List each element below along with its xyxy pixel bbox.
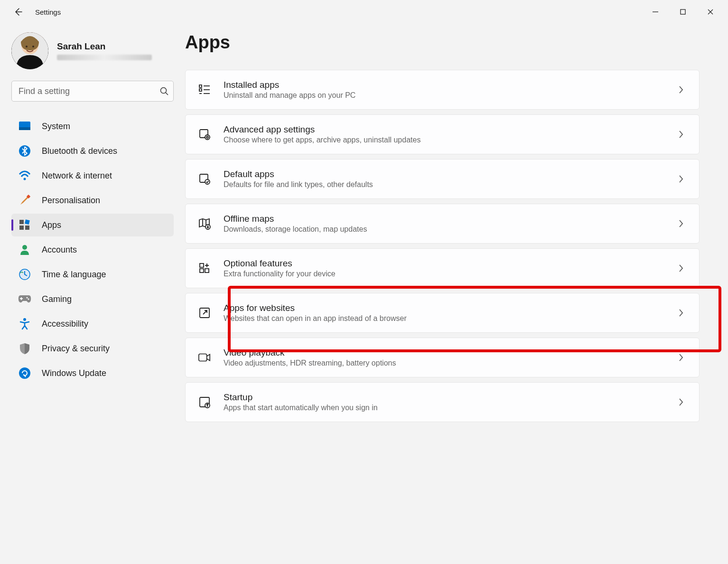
svg-rect-15 — [19, 226, 24, 230]
sidebar-item-time-language[interactable]: Time & language — [11, 263, 174, 286]
svg-point-6 — [161, 88, 167, 94]
sidebar-item-label: Accounts — [42, 245, 77, 255]
card-default-apps[interactable]: Default apps Defaults for file and link … — [185, 159, 700, 199]
svg-point-11 — [24, 178, 26, 180]
card-optional-features[interactable]: Optional features Extra functionality fo… — [185, 248, 700, 288]
sidebar-item-system[interactable]: System — [11, 115, 174, 138]
titlebar: Settings — [0, 0, 728, 24]
sidebar-item-label: Apps — [42, 220, 61, 230]
chevron-right-icon — [675, 307, 687, 319]
card-startup[interactable]: Startup Apps that start automatically wh… — [185, 382, 700, 422]
sidebar: Sarah Lean System — [0, 32, 185, 422]
svg-point-17 — [22, 245, 27, 250]
sidebar-item-label: Privacy & security — [42, 344, 110, 354]
sidebar-item-apps[interactable]: Apps — [11, 214, 174, 236]
nav-list: System Bluetooth & devices Network & int… — [11, 115, 174, 385]
chevron-right-icon — [675, 263, 687, 274]
svg-rect-9 — [19, 127, 30, 130]
apps-icon — [18, 218, 31, 232]
sidebar-item-personalisation[interactable]: Personalisation — [11, 189, 174, 212]
card-subtitle: Extra functionality for your device — [224, 270, 663, 278]
chevron-right-icon — [675, 173, 687, 185]
close-button[interactable] — [697, 2, 724, 21]
sidebar-item-gaming[interactable]: Gaming — [11, 288, 174, 310]
sidebar-item-accounts[interactable]: Accounts — [11, 238, 174, 261]
svg-rect-38 — [205, 269, 209, 273]
svg-rect-37 — [200, 269, 204, 273]
card-offline-maps[interactable]: Offline maps Downloads, storage location… — [185, 204, 700, 244]
card-title: Video playback — [224, 348, 663, 358]
sidebar-item-windows-update[interactable]: Windows Update — [11, 362, 174, 385]
person-icon — [18, 243, 31, 256]
card-title: Advanced app settings — [224, 124, 663, 135]
search-container — [11, 81, 174, 102]
card-advanced-app-settings[interactable]: Advanced app settings Choose where to ge… — [185, 114, 700, 154]
arrow-left-icon — [13, 7, 23, 17]
svg-rect-25 — [199, 89, 202, 91]
card-title: Startup — [224, 392, 663, 403]
accessibility-icon — [18, 317, 31, 330]
svg-point-19 — [27, 297, 28, 299]
back-button[interactable] — [10, 4, 26, 19]
wifi-icon — [18, 169, 31, 182]
main-content: Apps Installed apps Uninstall and manage… — [185, 32, 728, 422]
chevron-right-icon — [675, 84, 687, 95]
user-name: Sarah Lean — [57, 41, 152, 52]
card-subtitle: Websites that can open in an app instead… — [224, 314, 663, 323]
system-icon — [18, 120, 31, 133]
sidebar-item-label: Network & internet — [42, 171, 112, 181]
card-subtitle: Downloads, storage location, map updates — [224, 225, 663, 234]
minimize-button[interactable] — [642, 2, 669, 21]
svg-point-22 — [19, 367, 30, 379]
page-title: Apps — [185, 32, 700, 53]
bluetooth-icon — [18, 144, 31, 158]
brush-icon — [18, 194, 31, 207]
sidebar-item-label: Gaming — [42, 294, 72, 304]
card-title: Apps for websites — [224, 303, 663, 313]
svg-rect-23 — [199, 85, 202, 87]
avatar — [11, 32, 48, 69]
window-title: Settings — [35, 8, 61, 16]
app-gear-icon — [198, 128, 211, 141]
close-icon — [707, 9, 714, 15]
chevron-right-icon — [675, 218, 687, 229]
minimize-icon — [652, 9, 659, 15]
search-icon — [159, 86, 169, 96]
startup-icon — [198, 395, 211, 409]
settings-card-list: Installed apps Uninstall and manage apps… — [185, 70, 700, 422]
search-input[interactable] — [11, 81, 174, 102]
chevron-right-icon — [675, 396, 687, 408]
chevron-right-icon — [675, 352, 687, 363]
add-apps-icon — [198, 262, 211, 275]
sidebar-item-label: Accessibility — [42, 319, 88, 329]
sidebar-item-accessibility[interactable]: Accessibility — [11, 312, 174, 335]
sidebar-item-label: Personalisation — [42, 196, 100, 206]
user-profile[interactable]: Sarah Lean — [11, 32, 174, 69]
map-download-icon — [198, 217, 211, 230]
open-external-icon — [198, 306, 211, 320]
card-title: Optional features — [224, 258, 663, 269]
sidebar-item-privacy[interactable]: Privacy & security — [11, 337, 174, 360]
svg-line-7 — [166, 93, 168, 95]
gamepad-icon — [18, 292, 31, 306]
sidebar-item-label: Time & language — [42, 270, 106, 280]
card-apps-for-websites[interactable]: Apps for websites Websites that can open… — [185, 293, 700, 333]
card-subtitle: Video adjustments, HDR streaming, batter… — [224, 359, 663, 367]
card-title: Offline maps — [224, 214, 663, 224]
svg-rect-41 — [199, 354, 207, 361]
sidebar-item-network[interactable]: Network & internet — [11, 164, 174, 187]
sidebar-item-bluetooth[interactable]: Bluetooth & devices — [11, 140, 174, 162]
card-subtitle: Defaults for file and link types, other … — [224, 180, 663, 189]
svg-rect-1 — [681, 9, 685, 14]
app-check-icon — [198, 172, 211, 186]
sidebar-item-label: System — [42, 122, 70, 132]
card-subtitle: Uninstall and manage apps on your PC — [224, 91, 663, 100]
list-icon — [198, 83, 211, 96]
video-icon — [198, 351, 211, 364]
card-video-playback[interactable]: Video playback Video adjustments, HDR st… — [185, 338, 700, 377]
maximize-button[interactable] — [669, 2, 697, 21]
card-subtitle: Apps that start automatically when you s… — [224, 404, 663, 412]
card-installed-apps[interactable]: Installed apps Uninstall and manage apps… — [185, 70, 700, 110]
shield-icon — [18, 342, 31, 355]
card-title: Installed apps — [224, 80, 663, 90]
